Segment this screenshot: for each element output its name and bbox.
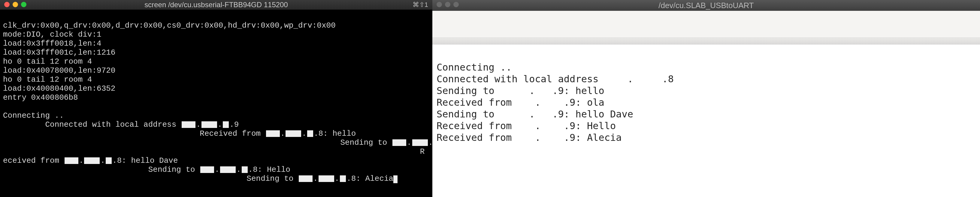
received-line: Received from ...8: hello — [3, 129, 356, 138]
redacted-ip — [223, 121, 229, 128]
redacted-ip — [307, 130, 313, 137]
minimize-icon[interactable] — [445, 2, 450, 7]
boot-line: load:0x40080400,len:6352 — [3, 84, 115, 93]
output-line: Received from . .9: Hello — [437, 120, 616, 132]
minimize-icon[interactable] — [13, 2, 18, 7]
close-icon[interactable] — [4, 2, 10, 7]
sending-line: Sending to ...8: ola — [3, 138, 473, 147]
redacted-ip — [181, 121, 196, 128]
cursor-icon — [393, 175, 398, 183]
titlebar-left[interactable]: screen /dev/cu.usbserial-FTBB94GD 115200… — [0, 0, 432, 10]
zoom-icon[interactable] — [453, 2, 459, 7]
boot-line: clk_drv:0x00,q_drv:0x00,d_drv:0x00,cs0_d… — [3, 21, 336, 30]
zoom-icon[interactable] — [21, 2, 26, 7]
window-title-right: /dev/cu.SLAB_USBtoUART — [659, 1, 754, 10]
window-controls — [4, 2, 26, 7]
terminal-window-right: /dev/cu.SLAB_USBtoUART Connecting .. Con… — [432, 0, 980, 197]
boot-line: entry 0x400806b8 — [3, 93, 78, 102]
received-line: eceived from ...8: hello Dave — [3, 156, 178, 165]
redacted-ip — [340, 175, 346, 182]
redacted-ip — [286, 130, 301, 137]
redacted-ip — [200, 166, 214, 173]
redacted-ip — [220, 166, 236, 173]
redacted-ip — [393, 139, 406, 146]
boot-line: load:0x3fff001c,len:1216 — [3, 48, 115, 57]
redacted-ip — [299, 175, 313, 182]
connecting-line: Connecting .. — [3, 111, 64, 120]
boot-line: ho 0 tail 12 room 4 — [3, 57, 92, 66]
window-controls — [437, 2, 459, 7]
output-line: Received from . .9: ola — [437, 97, 605, 108]
connected-line: Connected with local address ...9 — [3, 120, 239, 129]
toolbar-divider — [432, 38, 980, 44]
terminal-body-right[interactable]: Connecting .. Connected with local addre… — [432, 44, 980, 155]
output-line: Sending to . .9: hello Dave — [437, 108, 633, 120]
redacted-ip — [84, 157, 100, 164]
output-line: Connected with local address . .8 — [437, 73, 674, 85]
redacted-ip — [318, 175, 334, 182]
close-icon[interactable] — [437, 2, 442, 7]
boot-line: load:0x3fff0018,len:4 — [3, 39, 102, 48]
boot-line: ho 0 tail 12 room 4 — [3, 75, 92, 84]
output-line: Connecting .. — [437, 62, 512, 73]
overflow-line: R — [3, 147, 425, 156]
redacted-ip — [242, 166, 248, 173]
toolbar-blank — [432, 11, 980, 38]
boot-line: mode:DIO, clock div:1 — [3, 30, 102, 39]
redacted-ip — [202, 121, 217, 128]
output-line: Sending to . .9: hello — [437, 85, 605, 96]
redacted-ip — [266, 130, 280, 137]
output-line: Received from . .9: Alecia — [437, 132, 622, 143]
titlebar-right[interactable]: /dev/cu.SLAB_USBtoUART — [432, 0, 980, 11]
sending-line: Sending to ...8: Hello — [3, 165, 290, 174]
redacted-ip — [412, 139, 428, 146]
redacted-ip — [65, 157, 78, 164]
boot-line: load:0x40078000,len:9720 — [3, 66, 115, 75]
window-title-left: screen /dev/cu.usbserial-FTBB94GD 115200 — [145, 1, 288, 9]
terminal-window-left: screen /dev/cu.usbserial-FTBB94GD 115200… — [0, 0, 432, 197]
redacted-ip — [106, 157, 112, 164]
terminal-body-left[interactable]: clk_drv:0x00,q_drv:0x00,d_drv:0x00,cs0_d… — [0, 10, 432, 192]
sending-line: Sending to ...8: Alecia — [3, 174, 398, 183]
shortcut-hint: ⌘⇧1 — [412, 1, 428, 9]
